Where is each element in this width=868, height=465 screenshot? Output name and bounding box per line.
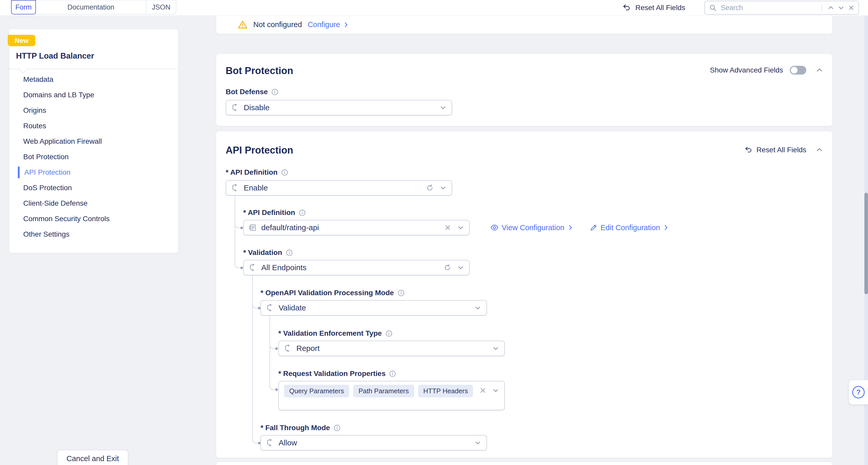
api-definition-links: View Configuration Edit Configuration xyxy=(490,220,669,235)
question-mark-icon: ? xyxy=(852,386,865,398)
tag-query-parameters[interactable]: Query Parameters xyxy=(284,385,349,397)
api-definition-mode-select[interactable]: Enable xyxy=(226,180,452,196)
enforcement-type-select[interactable]: Report xyxy=(278,341,505,356)
chevron-down-icon xyxy=(440,185,446,191)
api-protection-collapse-chevron-up-icon[interactable] xyxy=(815,146,823,154)
tree-connector xyxy=(270,315,277,390)
refresh-icon[interactable] xyxy=(426,184,433,192)
info-icon[interactable] xyxy=(398,290,405,297)
api-document-icon xyxy=(249,224,257,231)
info-icon[interactable] xyxy=(281,169,288,176)
info-icon[interactable] xyxy=(299,209,306,216)
tag-path-parameters[interactable]: Path Parameters xyxy=(353,385,414,397)
search-input[interactable] xyxy=(720,4,815,12)
fall-through-mode-select[interactable]: Allow xyxy=(260,435,487,451)
search-box xyxy=(704,1,859,15)
undo-reset-icon xyxy=(745,146,752,154)
new-badge: New xyxy=(8,35,35,46)
top-bar: Form Documentation JSON Reset All Fields xyxy=(0,0,868,16)
sidebar-item-routes[interactable]: Routes xyxy=(9,118,178,134)
request-validation-properties-label: * Request Validation Properties xyxy=(278,369,396,378)
sidebar-item-origins[interactable]: Origins xyxy=(9,103,178,118)
api-definition-mode-label: * API Definition xyxy=(226,167,288,177)
tag-http-headers[interactable]: HTTP Headers xyxy=(418,385,473,397)
chevron-down-icon xyxy=(492,387,499,394)
not-configured-status: Not configured xyxy=(253,21,302,29)
chevron-down-icon xyxy=(492,345,499,352)
search-prev-chevron-up-icon[interactable] xyxy=(828,4,834,11)
api-definition-select[interactable]: default/rating-api xyxy=(243,220,470,235)
sidebar-item-api-protection[interactable]: API Protection xyxy=(9,165,178,180)
refresh-icon[interactable] xyxy=(444,264,451,271)
validation-label: * Validation xyxy=(243,248,293,258)
configure-link-label: Configure xyxy=(308,21,340,29)
api-definition-label-text: * API Definition xyxy=(243,208,295,217)
api-definition-value: default/rating-api xyxy=(261,223,319,232)
branch-icon xyxy=(231,184,239,192)
edit-configuration-link[interactable]: Edit Configuration xyxy=(590,224,669,232)
info-icon[interactable] xyxy=(385,330,393,337)
sidebar-item-other-settings[interactable]: Other Settings xyxy=(9,227,178,242)
sidebar-divider xyxy=(9,69,178,69)
tree-connector xyxy=(235,195,242,268)
help-button[interactable]: ? xyxy=(849,380,868,404)
sidebar-item-dos-protection[interactable]: DoS Protection xyxy=(9,180,178,196)
branch-icon xyxy=(284,344,292,352)
api-definition-label: * API Definition xyxy=(243,208,306,218)
bot-defense-label-text: Bot Defense xyxy=(226,88,268,96)
tab-documentation[interactable]: Documentation xyxy=(35,0,146,14)
processing-mode-label-text: * OpenAPI Validation Processing Mode xyxy=(260,289,394,297)
bot-defense-value: Disable xyxy=(244,103,270,112)
api-definition-mode-label-text: * API Definition xyxy=(226,168,278,176)
processing-mode-label: * OpenAPI Validation Processing Mode xyxy=(260,288,405,298)
cancel-and-exit-button[interactable]: Cancel and Exit xyxy=(57,450,128,465)
edit-configuration-label: Edit Configuration xyxy=(600,224,660,232)
api-protection-section-card: API Protection Reset All Fields * API De… xyxy=(216,131,833,458)
sidebar-item-common-security-controls[interactable]: Common Security Controls xyxy=(9,211,178,227)
chevron-right-icon xyxy=(343,22,349,28)
clear-x-icon[interactable] xyxy=(479,387,486,394)
processing-mode-select[interactable]: Validate xyxy=(260,300,487,315)
sidebar-item-client-side-defense[interactable]: Client-Side Defense xyxy=(9,196,178,211)
api-protection-reset-all-fields[interactable]: Reset All Fields xyxy=(745,146,806,154)
search-close-icon[interactable] xyxy=(848,5,854,11)
request-validation-properties-label-text: * Request Validation Properties xyxy=(278,369,385,378)
form-sidebar: New HTTP Load Balancer Metadata Domains … xyxy=(9,29,178,253)
reset-all-fields-label: Reset All Fields xyxy=(636,4,685,12)
tab-json[interactable]: JSON xyxy=(146,0,176,14)
api-protection-title: API Protection xyxy=(226,145,293,156)
api-definition-mode-value: Enable xyxy=(244,184,268,192)
chevron-down-icon xyxy=(457,264,464,271)
bot-protection-header-controls: Show Advanced Fields xyxy=(710,66,823,74)
search-next-chevron-down-icon[interactable] xyxy=(838,4,844,11)
bot-defense-select[interactable]: Disable xyxy=(226,100,452,115)
sidebar-item-bot-protection[interactable]: Bot Protection xyxy=(9,149,178,165)
sidebar-item-web-application-firewall[interactable]: Web Application Firewall xyxy=(9,134,178,149)
chevron-right-icon xyxy=(663,224,669,231)
tab-form[interactable]: Form xyxy=(11,0,36,14)
sidebar-item-metadata[interactable]: Metadata xyxy=(9,72,178,87)
bot-protection-collapse-chevron-up-icon[interactable] xyxy=(815,66,823,74)
view-configuration-link[interactable]: View Configuration xyxy=(490,224,573,232)
not-configured-row: Not configured Configure xyxy=(238,15,349,34)
request-validation-properties-multiselect[interactable]: Query Parameters Path Parameters HTTP He… xyxy=(278,381,505,410)
clear-x-icon[interactable] xyxy=(444,224,451,231)
api-protection-header-controls: Reset All Fields xyxy=(745,146,823,154)
chevron-down-icon xyxy=(474,439,481,446)
configure-link[interactable]: Configure xyxy=(308,21,349,29)
show-advanced-fields-toggle[interactable] xyxy=(790,66,806,74)
info-icon[interactable] xyxy=(271,89,278,96)
reset-all-fields-button[interactable]: Reset All Fields xyxy=(622,0,685,15)
enforcement-type-value: Report xyxy=(297,344,320,353)
validation-select[interactable]: All Endpoints xyxy=(243,260,470,275)
fall-through-mode-value: Allow xyxy=(279,438,297,447)
info-icon[interactable] xyxy=(389,370,396,377)
pencil-icon xyxy=(590,224,597,231)
api-reset-label: Reset All Fields xyxy=(756,146,806,154)
scrollbar-thumb[interactable] xyxy=(864,193,868,294)
processing-mode-value: Validate xyxy=(279,303,306,312)
sidebar-item-domains-lb-type[interactable]: Domains and LB Type xyxy=(9,87,178,103)
info-icon[interactable] xyxy=(286,249,293,256)
branch-icon xyxy=(249,264,257,271)
info-icon[interactable] xyxy=(334,425,341,431)
